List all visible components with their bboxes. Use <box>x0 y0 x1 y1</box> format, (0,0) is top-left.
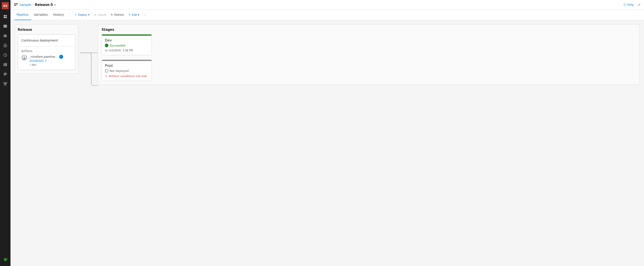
deploy-button[interactable]: ＋ Deploy ▾ <box>72 12 92 18</box>
edit-pencil-icon: ✎ <box>128 13 131 16</box>
cancel-button[interactable]: ⊘ Cancel <box>92 12 108 18</box>
breadcrumb: Sample › Release-5 ▾ <box>20 3 56 7</box>
svg-rect-10 <box>4 63 4 66</box>
svg-point-8 <box>5 46 6 46</box>
edit-chevron-icon: ▾ <box>138 13 139 16</box>
prod-warning-text: Artifact conditions not met <box>109 74 147 78</box>
nav-icon-library[interactable] <box>0 60 10 70</box>
dev-stage-body: Dev ✓ Succeeded on 3/2/2020, 3:38 PM <box>102 36 152 55</box>
pipeline-layout: Release Continuous deployment Artifacts <box>15 24 640 105</box>
svg-rect-5 <box>4 26 7 27</box>
release-card-bottom: Artifacts _ninal <box>18 46 75 70</box>
release-section: Release Continuous deployment Artifacts <box>15 24 78 74</box>
breadcrumb-project[interactable]: Sample <box>20 3 31 6</box>
svg-rect-13 <box>4 73 7 74</box>
artifact-lightning-badge: ⚡ <box>59 55 63 59</box>
prod-status-text: Not deployed <box>110 69 129 72</box>
stage-card-dev[interactable]: Dev ✓ Succeeded on 3/2/2020, 3:38 PM <box>102 34 152 55</box>
svg-rect-4 <box>4 25 7 26</box>
svg-rect-0 <box>4 15 5 16</box>
svg-rect-3 <box>6 17 7 18</box>
svg-rect-1 <box>6 15 7 16</box>
warning-triangle-icon: ⚠ <box>105 74 108 78</box>
user-avatar[interactable]: AS <box>2 2 9 9</box>
help-link[interactable]: ⓘ Help <box>624 3 634 7</box>
dev-success-icon: ✓ <box>105 44 108 47</box>
artifacts-label: Artifacts <box>22 50 72 53</box>
nav-icon-pipelines[interactable] <box>0 31 10 40</box>
breadcrumb-separator: › <box>32 3 34 6</box>
tab-variables[interactable]: Variables <box>31 10 50 20</box>
artifact-item: _ninallam.pipeline... ⚡ 20200302.7 ⑂ dev <box>22 55 72 66</box>
prod-stage-body: Prod Not deployed ⚠ Artifact conditions … <box>102 61 152 81</box>
deploy-chevron-icon: ▾ <box>88 13 90 16</box>
deploy-label: Deploy <box>78 13 87 16</box>
release-section-label: Release <box>18 28 75 32</box>
connector-svg <box>78 31 98 105</box>
tab-history[interactable]: History <box>50 10 67 20</box>
svg-rect-18 <box>4 84 6 86</box>
edit-label: Edit <box>132 13 137 16</box>
artifact-branch-label: dev <box>32 63 36 66</box>
cancel-circle-icon: ⊘ <box>94 13 96 16</box>
prod-empty-icon <box>105 69 108 72</box>
nav-icon-security[interactable] <box>0 255 10 264</box>
refresh-button[interactable]: ↻ Refresh <box>108 12 126 18</box>
nav-icon-taskgroups[interactable] <box>0 70 10 79</box>
prod-stage-row: Prod Not deployed ⚠ Artifact conditions … <box>102 60 636 81</box>
toolbar: Pipeline Variables History ＋ Deploy ▾ ⊘ … <box>10 10 644 20</box>
toolbar-divider <box>69 12 70 18</box>
artifact-name: _ninallam.pipeline... <box>29 55 58 58</box>
svg-rect-15 <box>4 75 6 76</box>
artifact-download-icon <box>22 55 27 62</box>
nav-icon-deploygroups[interactable] <box>0 79 10 89</box>
artifact-name-row: _ninallam.pipeline... ⚡ <box>29 55 72 59</box>
cancel-label: Cancel <box>98 13 106 16</box>
dev-stage-datetime: on 3/2/2020, 3:38 PM <box>105 49 148 52</box>
top-bar: Sample › Release-5 ▾ ⓘ Help ⤢ <box>10 0 644 10</box>
refresh-icon: ↻ <box>111 13 113 16</box>
edit-button[interactable]: ✎ Edit ▾ <box>126 12 142 18</box>
svg-rect-12 <box>6 63 7 66</box>
nav-icon-home[interactable] <box>0 12 10 22</box>
svg-rect-20 <box>14 3 16 4</box>
dev-stage-status: ✓ Succeeded <box>105 44 148 47</box>
dev-stage-name: Dev <box>105 38 148 42</box>
stages-section-label: Stages <box>102 28 636 32</box>
svg-rect-11 <box>5 63 6 66</box>
refresh-label: Refresh <box>114 13 124 16</box>
more-button[interactable]: ··· <box>142 12 148 18</box>
stages-section: Stages Dev ✓ Succeeded on 3/2/2020, 3:38… <box>98 24 640 85</box>
release-dropdown-chevron[interactable]: ▾ <box>54 3 56 6</box>
help-circle-icon: ⓘ <box>624 3 626 7</box>
prod-stage-name: Prod <box>105 64 148 68</box>
branch-icon: ⑂ <box>29 63 31 66</box>
help-label: Help <box>627 3 634 6</box>
nav-icon-artifacts[interactable] <box>0 40 10 50</box>
artifact-version[interactable]: 20200302.7 <box>29 59 72 62</box>
svg-rect-17 <box>6 82 7 84</box>
main-content: Sample › Release-5 ▾ ⓘ Help ⤢ Pipeline V… <box>10 0 644 266</box>
svg-rect-21 <box>16 3 18 4</box>
stage-card-prod[interactable]: Prod Not deployed ⚠ Artifact conditions … <box>102 60 152 81</box>
release-card-title: Continuous deployment <box>22 38 72 43</box>
nav-icon-boards[interactable] <box>0 22 10 31</box>
deploy-plus-icon: ＋ <box>74 13 77 17</box>
svg-rect-2 <box>4 17 5 18</box>
pipeline-area: Release Continuous deployment Artifacts <box>10 20 644 266</box>
artifact-info: _ninallam.pipeline... ⚡ 20200302.7 ⑂ dev <box>29 55 72 66</box>
svg-rect-16 <box>4 82 5 84</box>
top-bar-right: ⓘ Help ⤢ <box>624 2 640 7</box>
dev-stage-row: Dev ✓ Succeeded on 3/2/2020, 3:38 PM <box>102 34 636 55</box>
left-nav: AS <box>0 0 10 266</box>
release-card-top: Continuous deployment <box>18 34 75 46</box>
nav-icon-releases[interactable] <box>0 50 10 60</box>
dev-status-text: Succeeded <box>110 44 125 47</box>
tab-pipeline[interactable]: Pipeline <box>14 10 31 20</box>
prod-stage-warning: ⚠ Artifact conditions not met <box>105 74 148 78</box>
release-card: Continuous deployment Artifacts <box>18 34 75 70</box>
svg-rect-14 <box>4 74 7 75</box>
artifact-branch-row: ⑂ dev <box>29 63 72 66</box>
expand-icon[interactable]: ⤢ <box>638 2 640 7</box>
connector-area <box>78 31 98 105</box>
